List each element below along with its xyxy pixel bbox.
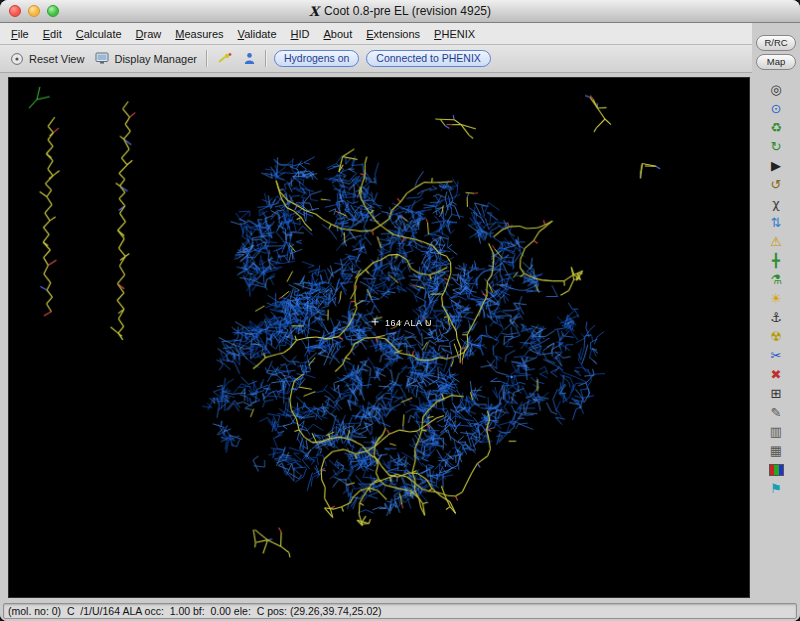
menu-item-about[interactable]: About — [317, 24, 360, 44]
rotate-cw-icon[interactable]: ↻ — [764, 137, 788, 156]
sun-icon[interactable]: ☀ — [764, 289, 788, 308]
atom-label: 164 ALA U — [385, 318, 432, 328]
molecule-icon — [217, 52, 232, 65]
menu-item-hid[interactable]: HID — [284, 24, 317, 44]
grid-icon[interactable]: ▦ — [764, 441, 788, 460]
toolbar-separator — [206, 50, 208, 67]
axes-cross-icon[interactable]: ╋ — [764, 251, 788, 270]
recycle-icon[interactable]: ♻ — [764, 118, 788, 137]
hydrogens-toggle-button[interactable]: Hydrogens on — [274, 50, 359, 67]
menu-bar: FileEditCalculateDrawMeasuresValidateHID… — [0, 23, 752, 45]
menu-item-file[interactable]: File — [4, 24, 36, 44]
main-column: FileEditCalculateDrawMeasuresValidateHID… — [0, 23, 752, 602]
window-title: Coot 0.8-pre EL (revision 4925) — [324, 4, 491, 18]
scissors-icon[interactable]: ✂ — [764, 346, 788, 365]
zoom-button[interactable] — [47, 5, 59, 17]
eye-icon[interactable]: ◎ — [764, 80, 788, 99]
menu-item-calculate[interactable]: Calculate — [69, 24, 129, 44]
status-bar: (mol. no: 0) C /1/U/164 ALA occ: 1.00 bf… — [0, 602, 800, 621]
menu-item-edit[interactable]: Edit — [36, 24, 69, 44]
toolbar-separator — [265, 50, 267, 67]
molecular-canvas[interactable] — [9, 78, 749, 597]
menu-item-draw[interactable]: Draw — [129, 24, 169, 44]
menu-item-measures[interactable]: Measures — [168, 24, 230, 44]
display-manager-button[interactable]: Display Manager — [93, 52, 199, 65]
pencil-icon[interactable]: ✎ — [764, 403, 788, 422]
play-icon[interactable]: ▶ — [764, 156, 788, 175]
window-title-group: X Coot 0.8-pre EL (revision 4925) — [309, 4, 491, 19]
main-toolbar: Reset View Display Manager — [0, 45, 752, 73]
window-body: FileEditCalculateDrawMeasuresValidateHID… — [0, 23, 800, 602]
x11-icon: X — [309, 4, 319, 19]
flag-icon[interactable]: ⚑ — [764, 479, 788, 498]
person-icon — [243, 52, 256, 65]
warning-icon[interactable]: ⚠ — [764, 232, 788, 251]
flip-updown-icon[interactable]: ⇅ — [764, 213, 788, 232]
clock-icon[interactable]: ⊙ — [764, 99, 788, 118]
display-manager-label: Display Manager — [114, 53, 197, 65]
map-button[interactable]: Map — [756, 54, 796, 70]
molecular-viewport[interactable]: 164 ALA U — [8, 77, 750, 598]
close-button[interactable] — [9, 5, 21, 17]
menu-item-extensions[interactable]: Extensions — [359, 24, 427, 44]
person-tool-button[interactable] — [241, 52, 258, 65]
rgb-display-icon[interactable] — [764, 460, 788, 479]
title-bar: X Coot 0.8-pre EL (revision 4925) — [0, 0, 800, 23]
status-text: (mol. no: 0) C /1/U/164 ALA occ: 1.00 bf… — [3, 603, 797, 619]
right-panel: R/RC Map ◎⊙♻↻▶↺χ⇅⚠╋⚗☀⚓☢✂✖⊞✎▥▦⚑ — [752, 23, 800, 602]
menu-item-validate[interactable]: Validate — [231, 24, 284, 44]
trash-icon[interactable]: ▥ — [764, 422, 788, 441]
menu-item-phenix[interactable]: PHENIX — [427, 24, 482, 44]
reset-view-label: Reset View — [29, 53, 84, 65]
side-toolbar: ◎⊙♻↻▶↺χ⇅⚠╋⚗☀⚓☢✂✖⊞✎▥▦⚑ — [764, 80, 788, 498]
reset-view-icon — [10, 52, 24, 66]
display-manager-icon — [95, 52, 109, 65]
minimize-button[interactable] — [28, 5, 40, 17]
anchor-icon[interactable]: ⚓ — [764, 308, 788, 327]
rrc-button[interactable]: R/RC — [756, 35, 796, 51]
chi-angles-icon[interactable]: χ — [764, 194, 788, 213]
x-cross-icon[interactable]: ✖ — [764, 365, 788, 384]
phenix-connection-button[interactable]: Connected to PHENIX — [366, 50, 490, 67]
molecule-tool-button[interactable] — [215, 52, 234, 65]
window-controls — [9, 5, 59, 17]
coot-window: X Coot 0.8-pre EL (revision 4925) FileEd… — [0, 0, 800, 621]
plus-box-icon[interactable]: ⊞ — [764, 384, 788, 403]
alembic-icon[interactable]: ⚗ — [764, 270, 788, 289]
reset-view-button[interactable]: Reset View — [8, 52, 86, 66]
radioactive-icon[interactable]: ☢ — [764, 327, 788, 346]
rotate-ccw-icon[interactable]: ↺ — [764, 175, 788, 194]
